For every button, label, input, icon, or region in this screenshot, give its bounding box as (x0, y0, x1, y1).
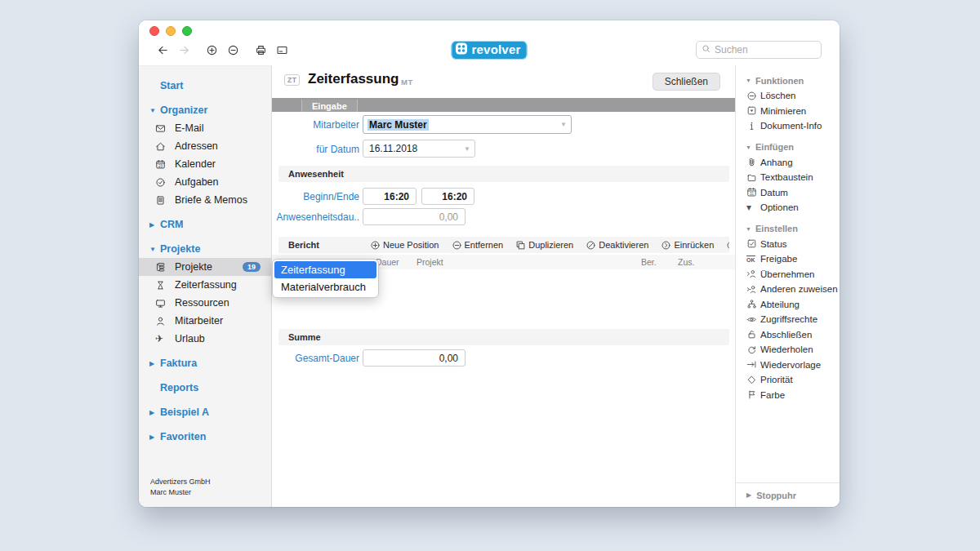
sidebar-item-briefe-memos[interactable]: Briefe & Memos (139, 191, 271, 209)
chevron-down-icon[interactable]: ▼ (560, 121, 567, 128)
minimize-window-button[interactable] (166, 26, 176, 36)
anwesenheitsdauer-field[interactable]: 0,00 (363, 208, 466, 225)
message-icon[interactable] (274, 42, 289, 57)
mitarbeiter-field[interactable]: Marc Muster ▼ (363, 115, 572, 134)
panel-item-minimieren[interactable]: Minimieren (746, 104, 840, 119)
beginn-field[interactable]: 16:20 (363, 188, 416, 205)
sidebar-item-adressen[interactable]: Adressen (139, 137, 271, 155)
close-button[interactable]: Schließen (653, 73, 720, 91)
panel-item-farbe[interactable]: Farbe (746, 388, 840, 403)
doc-type-badge: ZT (284, 74, 300, 86)
panel-item-textbaustein[interactable]: Textbaustein (746, 170, 840, 185)
eye-icon (746, 314, 760, 325)
sidebar-item-urlaub[interactable]: ✈Urlaub (139, 330, 271, 348)
panel-section-funktionen[interactable]: ▼Funktionen (746, 73, 840, 88)
svg-text:31: 31 (750, 192, 754, 196)
summe-title: Summe (278, 332, 321, 342)
sidebar-item-mitarbeiter[interactable]: Mitarbeiter (139, 312, 271, 330)
lock-icon (746, 329, 760, 340)
sidebar-section-projekte[interactable]: ▼Projekte (139, 240, 271, 258)
sidebar-section-crm[interactable]: ▶CRM (139, 216, 271, 233)
panel-item-datum[interactable]: 31Datum (746, 185, 840, 201)
toolbar-button-ausrücke[interactable]: Ausrücke (726, 240, 729, 251)
tab-eingabe[interactable]: Eingabe (301, 100, 358, 113)
print-icon[interactable] (253, 42, 268, 57)
chevron-down-icon[interactable]: ▼ (464, 145, 470, 153)
triangle-right-icon: ▶ (149, 409, 160, 416)
panel-section-einstellen[interactable]: ▼Einstellen (746, 221, 840, 237)
column-header-zus: Zus. (678, 255, 694, 269)
datum-field[interactable]: 16.11.2018 ▼ (363, 140, 475, 158)
toolbar-button-deaktivieren[interactable]: Deaktivieren (586, 240, 648, 251)
mitarbeiter-label: Mitarbeiter (272, 116, 359, 134)
toolbar-button-label: Deaktivieren (599, 240, 648, 250)
zoom-window-button[interactable] (182, 26, 192, 36)
sidebar-item-e-mail[interactable]: E-Mail (139, 119, 271, 137)
column-header-ber: Ber. (641, 255, 657, 269)
panel-item-label: Wiedervorlage (760, 360, 821, 370)
sidebar-section-faktura[interactable]: ▶Faktura (139, 354, 271, 372)
toolbar-button-label: Duplizieren (528, 240, 573, 250)
checkbox-icon (746, 238, 760, 249)
minus-circle-icon (746, 91, 760, 101)
bericht-section-header: Bericht Neue PositionEntfernenDupliziere… (278, 237, 729, 253)
sidebar-section-favoriten[interactable]: ▶Favoriten (139, 428, 271, 446)
dropdown-option-materialverbrauch[interactable]: Materialverbrauch (274, 278, 376, 295)
toolbar-button-einrücken[interactable]: Einrücken (661, 240, 714, 251)
back-arrow-icon[interactable] (155, 42, 170, 57)
person-icon (155, 316, 175, 327)
sidebar-item-kalender[interactable]: 23Kalender (139, 155, 271, 173)
toolbar-button-label: Entfernen (465, 240, 504, 250)
gesamt-dauer-label: Gesamt-Dauer (272, 349, 359, 367)
calendar-23-icon: 23 (155, 159, 175, 170)
panel-item-löschen[interactable]: Löschen (746, 88, 840, 104)
panel-item-optionen[interactable]: ▾Optionen (746, 200, 840, 216)
sidebar-item-label: Urlaub (175, 333, 271, 344)
zoom-in-icon[interactable] (204, 42, 219, 57)
panel-item-dokument-info[interactable]: Dokument-Info (746, 118, 840, 134)
panel-section-einfügen[interactable]: ▼Einfügen (746, 140, 840, 155)
dropdown-option-zeiterfassung[interactable]: Zeiterfassung (274, 261, 376, 278)
toolbar-button-duplizieren[interactable]: Duplizieren (515, 240, 573, 251)
bericht-toolbar: Neue PositionEntfernenDuplizierenDeaktiv… (370, 237, 729, 253)
panel-item-abteilung[interactable]: Abteilung (746, 297, 840, 313)
panel-item-label: Dokument-Info (760, 121, 822, 131)
panel-item-label: Anhang (760, 158, 793, 167)
gesamt-dauer-field[interactable]: 0,00 (363, 349, 466, 367)
panel-item-zugriffsrechte[interactable]: Zugriffsrechte (746, 312, 840, 327)
anwesenheitsdauer-value: 0,00 (439, 211, 458, 223)
stoppuhr-item[interactable]: ▶ Stoppuhr (736, 482, 840, 507)
panel-item-status[interactable]: Status (746, 237, 840, 252)
sidebar-section-beispiel-a[interactable]: ▶Beispiel A (139, 403, 271, 421)
panel-item-übernehmen[interactable]: Übernehmen (746, 267, 840, 282)
sidebar-section-start[interactable]: Start (139, 77, 271, 95)
panel-item-abschließen[interactable]: Abschließen (746, 327, 840, 343)
toolbar-button-entfernen[interactable]: Entfernen (452, 240, 504, 251)
zoom-out-icon[interactable] (225, 42, 240, 57)
sidebar-item-zeiterfassung[interactable]: Zeiterfassung (139, 276, 271, 294)
panel-item-wiederholen[interactable]: Wiederholen (746, 342, 840, 358)
sidebar-item-ressourcen[interactable]: Ressourcen (139, 294, 271, 312)
sidebar-section-reports[interactable]: Reports (139, 379, 271, 397)
gesamt-dauer-value: 0,00 (439, 353, 458, 364)
ende-field[interactable]: 16:20 (421, 188, 474, 205)
sidebar-item-aufgaben[interactable]: Aufgaben (139, 173, 271, 191)
sidebar-item-label: Zeiterfassung (175, 279, 271, 291)
search-icon (702, 42, 711, 57)
toolbar-button-neue-position[interactable]: Neue Position (370, 240, 439, 251)
close-window-button[interactable] (149, 26, 159, 36)
triangle-right-icon: ▶ (149, 433, 160, 441)
sidebar-section-organizer[interactable]: ▼Organizer (139, 101, 271, 119)
search-input[interactable] (715, 44, 816, 56)
company-name: Advertizers GmbH (150, 477, 211, 487)
sidebar-item-projekte[interactable]: Projekte19 (139, 258, 271, 276)
datum-value: 16.11.2018 (369, 143, 417, 154)
panel-item-anderen-zuweisen[interactable]: Anderen zuweisen (746, 282, 840, 297)
desktop-background: revolver Start▼OrganizerE-MailAdressen23… (0, 0, 980, 551)
panel-item-anhang[interactable]: Anhang (746, 155, 840, 171)
memo-icon (155, 195, 175, 206)
panel-item-freigabe[interactable]: OKFreigabe (746, 251, 840, 267)
forward-arrow-icon[interactable] (176, 42, 191, 57)
panel-item-wiedervorlage[interactable]: Wiedervorlage (746, 358, 840, 373)
panel-item-priorität[interactable]: Priorität (746, 372, 840, 388)
